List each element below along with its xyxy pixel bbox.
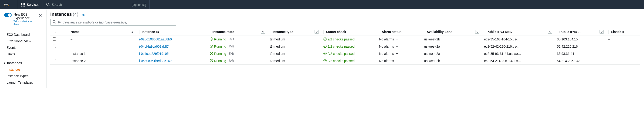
svg-line-13 (55, 22, 56, 23)
sidebar-item-launch-templates[interactable]: Launch Templates (0, 79, 46, 86)
svg-text:aws: aws (4, 3, 8, 5)
status-ok-icon (324, 37, 327, 41)
col-instance-type[interactable]: Instance type▽ (268, 28, 321, 36)
instance-state-actions[interactable] (228, 38, 234, 41)
table-row[interactable]: – i-0200108b081aa08b0 Running t2.medium (50, 36, 640, 43)
search-icon (52, 20, 56, 24)
cell-public-dns: ec2-54-214-205-132.us… (482, 57, 554, 65)
cell-elastic-ip: – (606, 36, 640, 43)
sidebar-section-label: Instances (7, 61, 22, 65)
cell-instance-id[interactable]: i-05b0c061bed885169 (137, 57, 208, 65)
top-nav: aws Services [Option+S] (0, 0, 644, 9)
cell-elastic-ip: – (606, 57, 640, 65)
cell-status-check: 2/2 checks passed (321, 50, 377, 57)
new-experience-banner: New EC2 Experience Tell us what you thin… (0, 9, 46, 28)
cell-alarm-status: No alarms + (377, 43, 422, 50)
instance-state-actions[interactable] (228, 52, 234, 55)
filter-icon[interactable]: ▽ (600, 30, 604, 34)
aws-logo[interactable]: aws (0, 2, 18, 7)
sidebar-item-instances[interactable]: Instances (0, 66, 46, 73)
page-title: Instances (50, 12, 72, 17)
cell-instance-id[interactable]: i-04cf4a9ca603abff7 (137, 43, 208, 50)
info-link[interactable]: Info (81, 13, 86, 16)
new-experience-title: New EC2 Experience (14, 12, 38, 20)
cell-instance-state: Running (208, 50, 268, 57)
svg-line-30 (234, 47, 234, 48)
instance-state-actions[interactable] (228, 45, 234, 48)
magnify-minus-icon (231, 45, 234, 48)
svg-rect-2 (22, 3, 24, 4)
svg-point-10 (46, 3, 49, 5)
filter-icon[interactable]: ▽ (261, 30, 265, 34)
svg-rect-6 (24, 4, 25, 5)
status-ok-icon (324, 45, 327, 49)
svg-rect-5 (22, 4, 24, 5)
sidebar-item-instance-types[interactable]: Instance Types (0, 73, 46, 79)
add-alarm-button[interactable]: + (396, 59, 398, 63)
row-checkbox[interactable] (52, 37, 56, 41)
col-status-check[interactable]: Status check (321, 28, 377, 36)
select-all-checkbox[interactable] (52, 30, 56, 33)
table-row[interactable]: Instance 1 i-0cffced229f919105 Running t… (50, 50, 640, 57)
instance-count: (4) (73, 12, 78, 17)
svg-rect-9 (24, 5, 25, 6)
cell-public-ipv4: 54.214.205.132 (554, 57, 606, 65)
new-experience-toggle[interactable] (4, 13, 12, 17)
cell-availability-zone: us-west-2a (422, 43, 482, 50)
cell-alarm-status: No alarms + (377, 50, 422, 57)
search-icon (46, 2, 50, 7)
sidebar-item-ec2-global-view[interactable]: EC2 Global View (0, 38, 46, 44)
magnify-minus-icon (231, 38, 234, 41)
cell-instance-state: Running (208, 43, 268, 50)
sort-asc-icon[interactable]: ▲ (130, 30, 134, 34)
col-availability-zone[interactable]: Availability Zone▽ (422, 28, 482, 36)
svg-rect-1 (21, 3, 22, 4)
nav-separator (149, 0, 150, 9)
table-row[interactable]: – i-04cf4a9ca603abff7 Running t3.medium (50, 43, 640, 50)
add-alarm-button[interactable]: + (396, 37, 398, 41)
row-checkbox[interactable] (52, 45, 56, 48)
new-experience-feedback-link[interactable]: Tell us what you think (14, 20, 38, 25)
col-elastic-ip[interactable]: Elastic IP (606, 28, 640, 36)
filter-icon[interactable]: ▽ (475, 30, 480, 34)
find-instance-box[interactable] (50, 19, 176, 25)
cell-instance-type: t2.medium (268, 57, 321, 65)
cell-instance-state: Running (208, 36, 268, 43)
magnify-minus-icon (231, 59, 234, 62)
find-instance-input[interactable] (58, 20, 174, 24)
cell-public-ipv4: 35.163.104.15 (554, 36, 606, 43)
col-instance-state[interactable]: Instance state▽ (208, 28, 268, 36)
services-button[interactable]: Services (18, 0, 43, 9)
add-alarm-button[interactable]: + (396, 44, 398, 49)
cell-elastic-ip: – (606, 50, 640, 57)
cell-alarm-status: No alarms + (377, 57, 422, 65)
col-select-all[interactable] (50, 28, 68, 36)
svg-line-48 (234, 62, 234, 62)
cell-public-ipv4: 35.93.31.44 (554, 50, 606, 57)
instance-state-actions[interactable] (228, 59, 234, 62)
cell-public-dns: ec2-52-42-220-216.us-… (482, 43, 554, 50)
cell-instance-id[interactable]: i-0200108b081aa08b0 (137, 36, 208, 43)
sidebar-item-events[interactable]: Events (0, 44, 46, 51)
col-instance-id[interactable]: Instance ID (137, 28, 208, 36)
close-icon[interactable]: ✕ (38, 12, 43, 18)
filter-icon[interactable]: ▽ (314, 30, 319, 34)
filter-icon[interactable]: ▽ (548, 30, 552, 34)
col-public-dns[interactable]: Public IPv4 DNS▽ (482, 28, 554, 36)
row-checkbox[interactable] (52, 59, 56, 62)
cell-instance-id[interactable]: i-0cffced229f919105 (137, 50, 208, 57)
nav-search-input[interactable] (52, 3, 131, 6)
col-name[interactable]: Name▲ (68, 28, 137, 36)
add-alarm-button[interactable]: + (396, 52, 398, 56)
sidebar-item-limits[interactable]: Limits (0, 51, 46, 57)
magnify-minus-icon (231, 52, 234, 55)
row-checkbox[interactable] (52, 52, 56, 55)
nav-search[interactable]: [Option+S] (43, 2, 150, 7)
sidebar-item-ec2-dashboard[interactable]: EC2 Dashboard (0, 31, 46, 38)
col-alarm-status[interactable]: Alarm status (377, 28, 422, 36)
sidebar-section-instances[interactable]: ▼ Instances (0, 60, 46, 66)
table-row[interactable]: Instance 2 i-05b0c061bed885169 Running t… (50, 57, 640, 65)
col-public-ipv4[interactable]: Public IPv4 ...▽ (554, 28, 606, 36)
cell-name: Instance 2 (68, 57, 137, 65)
cell-availability-zone: us-west-2b (422, 57, 482, 65)
